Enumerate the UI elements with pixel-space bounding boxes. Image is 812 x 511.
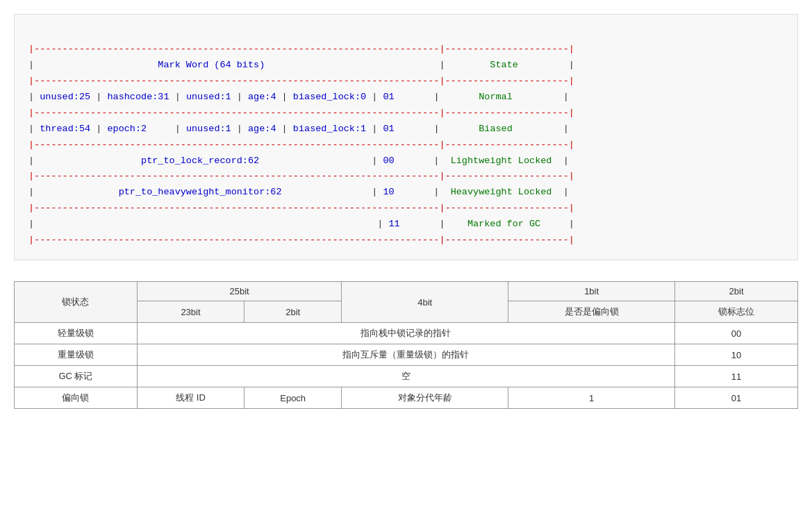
cell-ptr-lock: 指向栈中锁记录的指针 <box>137 323 674 344</box>
col-25bit: 25bit <box>137 282 341 301</box>
separator-line-3: |---------------------------------------… <box>28 108 574 118</box>
cell-flag: 01 <box>675 387 798 409</box>
row-normal: | unused:25 | hashcode:31 | unused:1 | a… <box>28 92 569 102</box>
table-row: 轻量级锁 指向栈中锁记录的指针 00 <box>15 323 798 344</box>
table-row: 重量级锁 指向互斥量（重量级锁）的指针 10 <box>15 344 798 366</box>
row-heavyweight: | ptr_to_heavyweight_monitor:62 | 10 | H… <box>28 187 569 197</box>
row-lightweight: | ptr_to_lock_record:62 | 00 | Lightweig… <box>28 156 569 166</box>
separator-line-6: |---------------------------------------… <box>28 203 574 213</box>
table-row: 偏向锁 线程 ID Epoch 对象分代年龄 1 01 <box>15 387 798 409</box>
header-row: | Mark Word (64 bits) | State | <box>28 60 574 70</box>
cell-thread-id: 线程 ID <box>137 387 244 409</box>
col-2bit-header: 2bit <box>675 282 798 301</box>
separator-line-4: |---------------------------------------… <box>28 140 574 150</box>
col-23bit: 23bit <box>137 301 244 323</box>
cell-flag: 11 <box>675 366 798 387</box>
cell-empty: 空 <box>137 366 674 387</box>
row-gc: | | 11 | Marked for GC | <box>28 219 574 229</box>
lock-state-table-section: 锁状态 25bit 4bit 1bit 2bit 23bit 2bit 是否是偏… <box>14 281 798 409</box>
col-1bit-header: 1bit <box>508 282 675 301</box>
cell-state: GC 标记 <box>15 366 138 387</box>
cell-one: 1 <box>508 387 675 409</box>
separator-line-5: |---------------------------------------… <box>28 171 574 181</box>
lock-state-table: 锁状态 25bit 4bit 1bit 2bit 23bit 2bit 是否是偏… <box>14 281 798 409</box>
col-lock-flag: 锁标志位 <box>675 301 798 323</box>
row-biased: | thread:54 | epoch:2 | unused:1 | age:4… <box>28 124 569 134</box>
separator-line-2: |---------------------------------------… <box>28 76 574 86</box>
cell-state: 偏向锁 <box>15 387 138 409</box>
cell-flag: 00 <box>675 323 798 344</box>
table-header-row-1: 锁状态 25bit 4bit 1bit 2bit <box>15 282 798 301</box>
separator-line-7: |---------------------------------------… <box>28 235 574 245</box>
cell-flag: 10 <box>675 344 798 366</box>
cell-epoch: Epoch <box>245 387 342 409</box>
cell-ptr-monitor: 指向互斥量（重量级锁）的指针 <box>137 344 674 366</box>
code-block: |---------------------------------------… <box>14 14 798 260</box>
col-4bit: 4bit <box>342 282 508 323</box>
col-lock-state: 锁状态 <box>15 282 138 323</box>
cell-state: 重量级锁 <box>15 344 138 366</box>
separator-line-1: |---------------------------------------… <box>28 44 574 54</box>
col-biased-flag: 是否是偏向锁 <box>508 301 675 323</box>
cell-generation-age: 对象分代年龄 <box>342 387 508 409</box>
cell-state: 轻量级锁 <box>15 323 138 344</box>
table-row: GC 标记 空 11 <box>15 366 798 387</box>
col-2bit: 2bit <box>245 301 342 323</box>
